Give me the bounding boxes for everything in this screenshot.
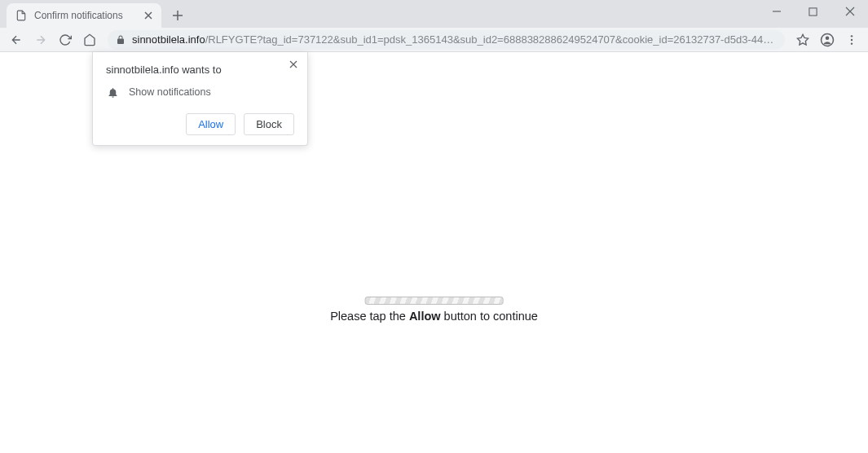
menu-button[interactable] xyxy=(840,29,863,51)
close-window-button[interactable] xyxy=(831,0,868,23)
minimize-button[interactable] xyxy=(758,0,795,23)
popup-title: sinnotbilela.info wants to xyxy=(106,64,294,76)
address-bar[interactable]: sinnotbilela.info /RLFYGTE?tag_id=737122… xyxy=(108,30,785,50)
permission-popup: sinnotbilela.info wants to Show notifica… xyxy=(92,52,308,146)
forward-button[interactable] xyxy=(29,29,52,51)
permission-row: Show notifications xyxy=(106,86,294,99)
instruction-text: Please tap the Allow button to continue xyxy=(330,310,538,323)
svg-point-3 xyxy=(826,36,830,40)
page-message: Please tap the Allow button to continue xyxy=(330,297,538,323)
file-icon xyxy=(15,9,28,22)
svg-point-5 xyxy=(851,38,853,40)
tab-title: Confirm notifications xyxy=(34,10,142,21)
home-button[interactable] xyxy=(78,29,101,51)
permission-label: Show notifications xyxy=(129,86,211,98)
window-controls xyxy=(758,0,868,23)
browser-tab[interactable]: Confirm notifications xyxy=(7,3,161,28)
svg-marker-1 xyxy=(797,34,808,45)
popup-actions: Allow Block xyxy=(106,113,294,135)
maximize-button[interactable] xyxy=(795,0,831,23)
browser-toolbar: sinnotbilela.info /RLFYGTE?tag_id=737122… xyxy=(0,28,868,52)
bookmark-button[interactable] xyxy=(791,29,814,51)
close-tab-button[interactable] xyxy=(142,9,155,22)
back-button[interactable] xyxy=(5,29,28,51)
new-tab-button[interactable] xyxy=(166,4,189,27)
block-button[interactable]: Block xyxy=(244,113,294,135)
svg-point-6 xyxy=(851,42,853,44)
svg-rect-0 xyxy=(809,7,817,15)
bell-icon xyxy=(106,86,119,99)
msg-prefix: Please tap the xyxy=(330,310,409,323)
titlebar: Confirm notifications xyxy=(0,0,868,28)
svg-point-4 xyxy=(851,35,853,37)
msg-suffix: button to continue xyxy=(441,310,538,323)
lock-icon xyxy=(116,34,126,46)
msg-bold: Allow xyxy=(409,310,441,323)
profile-button[interactable] xyxy=(816,29,839,51)
reload-button[interactable] xyxy=(54,29,77,51)
url-path: /RLFYGTE?tag_id=737122&sub_id1=pdsk_1365… xyxy=(205,33,777,46)
url-domain: sinnotbilela.info xyxy=(132,33,205,46)
page-content: sinnotbilela.info wants to Show notifica… xyxy=(0,52,868,453)
close-popup-button[interactable] xyxy=(286,57,301,72)
allow-button[interactable]: Allow xyxy=(186,113,236,135)
progress-bar xyxy=(365,297,504,305)
